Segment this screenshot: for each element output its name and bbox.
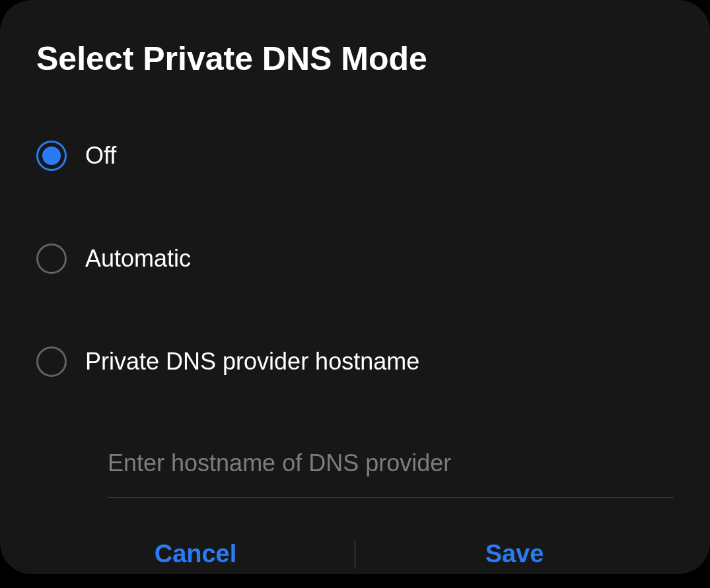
radio-button-icon (36, 346, 67, 377)
dialog-title: Select Private DNS Mode (36, 40, 674, 78)
radio-label: Off (85, 142, 116, 170)
radio-option-provider-hostname[interactable]: Private DNS provider hostname (36, 346, 674, 377)
cancel-button[interactable]: Cancel (36, 531, 355, 577)
dialog-actions: Cancel Save (36, 531, 674, 577)
hostname-input[interactable] (108, 441, 674, 498)
radio-button-icon (36, 244, 67, 274)
radio-option-automatic[interactable]: Automatic (36, 244, 674, 274)
save-button[interactable]: Save (355, 531, 674, 577)
radio-option-off[interactable]: Off (36, 141, 674, 171)
private-dns-dialog: Select Private DNS Mode Off Automatic Pr… (0, 0, 710, 574)
radio-button-icon (36, 141, 67, 171)
radio-label: Automatic (85, 245, 191, 273)
hostname-input-wrapper (108, 441, 674, 498)
radio-label: Private DNS provider hostname (85, 348, 419, 376)
dns-mode-radio-group: Off Automatic Private DNS provider hostn… (36, 141, 674, 377)
